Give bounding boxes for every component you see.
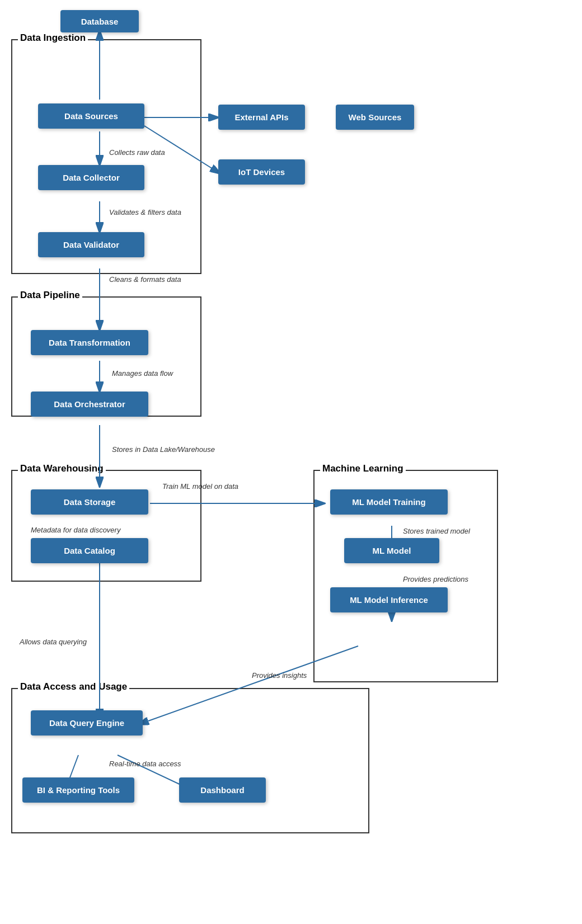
data-warehousing-label: Data Warehousing	[18, 463, 106, 474]
data-storage-node: Data Storage	[31, 489, 148, 515]
bi-reporting-tools-node: BI & Reporting Tools	[22, 777, 134, 803]
data-validator-node: Data Validator	[38, 232, 144, 257]
diagram-container: Database Data Ingestion Data Sources Ext…	[0, 0, 582, 924]
data-ingestion-label: Data Ingestion	[18, 32, 88, 44]
data-pipeline-label: Data Pipeline	[18, 290, 82, 301]
annotation-stores-trained: Stores trained model	[403, 527, 470, 535]
annotation-validates: Validates & filters data	[109, 208, 181, 216]
iot-devices-node: IoT Devices	[218, 159, 305, 185]
annotation-provides-insights: Provides insights	[252, 671, 307, 680]
web-sources-node: Web Sources	[336, 105, 414, 130]
data-orchestrator-node: Data Orchestrator	[31, 392, 148, 417]
data-sources-node: Data Sources	[38, 103, 144, 129]
annotation-cleans: Cleans & formats data	[109, 275, 181, 284]
dashboard-node: Dashboard	[179, 777, 266, 803]
annotation-metadata: Metadata for data discovery	[31, 526, 120, 534]
ml-model-node: ML Model	[344, 538, 439, 563]
annotation-stores-datalake: Stores in Data Lake/Warehouse	[112, 445, 215, 454]
ml-model-training-node: ML Model Training	[330, 489, 448, 515]
external-apis-node: External APIs	[218, 105, 305, 130]
annotation-manages-flow: Manages data flow	[112, 369, 173, 378]
data-access-section: Data Access and Usage	[11, 688, 369, 833]
data-transformation-node: Data Transformation	[31, 330, 148, 355]
annotation-provides-predictions: Provides predictions	[403, 575, 468, 583]
annotation-collects-raw: Collects raw data	[109, 148, 165, 157]
database-node: Database	[60, 10, 139, 32]
data-query-engine-node: Data Query Engine	[31, 710, 143, 736]
data-catalog-node: Data Catalog	[31, 538, 148, 563]
annotation-realtime: Real-time data access	[109, 760, 181, 768]
annotation-train-ml: Train ML model on data	[162, 482, 238, 491]
data-collector-node: Data Collector	[38, 165, 144, 190]
annotation-allows-querying: Allows data querying	[20, 638, 87, 646]
ml-model-inference-node: ML Model Inference	[330, 587, 448, 612]
data-access-label: Data Access and Usage	[18, 681, 129, 692]
machine-learning-label: Machine Learning	[320, 463, 406, 474]
